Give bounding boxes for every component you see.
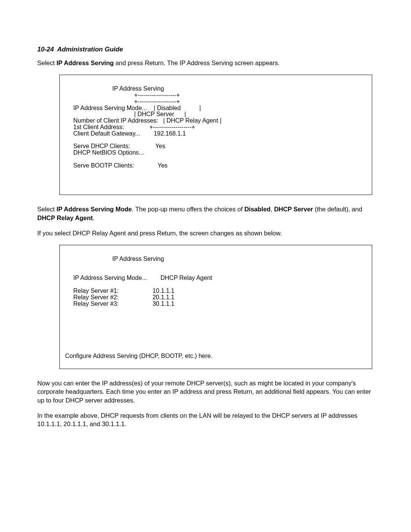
screen-footer-hint: Configure Address Serving (DHCP, BOOTP, … [65,353,212,359]
document-page: 10-24 Administration Guide Select IP Add… [0,0,411,532]
text-fragment: Select [37,206,56,212]
screen-title: IP Address Serving [60,256,164,262]
page-header: 10-24 Administration Guide [37,46,374,53]
bold-term: IP Address Serving Mode [56,206,132,212]
terminal-screen-2: IP Address Serving IP Address Serving Mo… [59,245,372,369]
bold-term: IP Address Serving [56,59,113,66]
text-fragment: . [93,214,95,221]
terminal-screen-1: IP Address Serving +-------------------+… [59,75,372,195]
text-fragment: . The pop-up menu offers the choices of [132,206,245,212]
bold-term: Disabled [244,206,271,212]
config-line-serve-dhcp: Serve DHCP Clients: Yes [60,143,165,149]
screen-title: IP Address Serving [60,86,164,92]
config-line-num-clients: Number of Client IP Addresses: | DHCP Re… [60,117,221,124]
config-line-relay1: Relay Server #1: 10.1.1.1 [60,288,174,294]
after-paragraph-2: In the example above, DHCP requests from… [37,411,374,428]
config-line-first-client: 1st Client Address: +-------------------… [60,124,195,130]
config-line-relay2: Relay Server #2: 20.1.1.1 [60,294,174,300]
config-line-netbios: DHCP NetBIOS Options... [60,149,144,156]
middle-paragraph-2: If you select DHCP Relay Agent and press… [37,229,374,237]
terminal-content: IP Address Serving +-------------------+… [60,75,372,169]
config-line-mode: IP Address Serving Mode... DHCP Relay Ag… [60,275,212,281]
border-line: +-------------------+ [60,92,180,98]
text-fragment: (the default), and [313,206,362,212]
after-paragraph-1: Now you can enter the IP address(es) of … [37,379,374,404]
config-line-dhcp-server: | DHCP Server | [60,111,186,117]
config-line-relay3: Relay Server #3: 30.1.1.1 [60,300,174,307]
border-line: +-------------------+ [60,98,180,105]
middle-paragraph-1: Select IP Address Serving Mode. The pop-… [37,205,374,222]
intro-paragraph: Select IP Address Serving and press Retu… [37,59,374,67]
page-number: 10-24 [37,46,54,53]
config-line-serve-bootp: Serve BOOTP Clients: Yes [60,162,167,169]
bold-term: DHCP Server [274,206,313,212]
config-line-gateway: Client Default Gateway... 192.168.1.1 [60,130,186,137]
bold-term: DHCP Relay Agent [37,214,93,221]
text-fragment: Select [37,59,56,66]
page-title: Administration Guide [57,46,123,53]
text-fragment: and press Return. The IP Address Serving… [114,59,280,66]
config-line-mode: IP Address Serving Mode... | Disabled | [60,105,201,111]
text-fragment: , [271,206,274,212]
terminal-content: IP Address Serving IP Address Serving Mo… [60,245,372,307]
